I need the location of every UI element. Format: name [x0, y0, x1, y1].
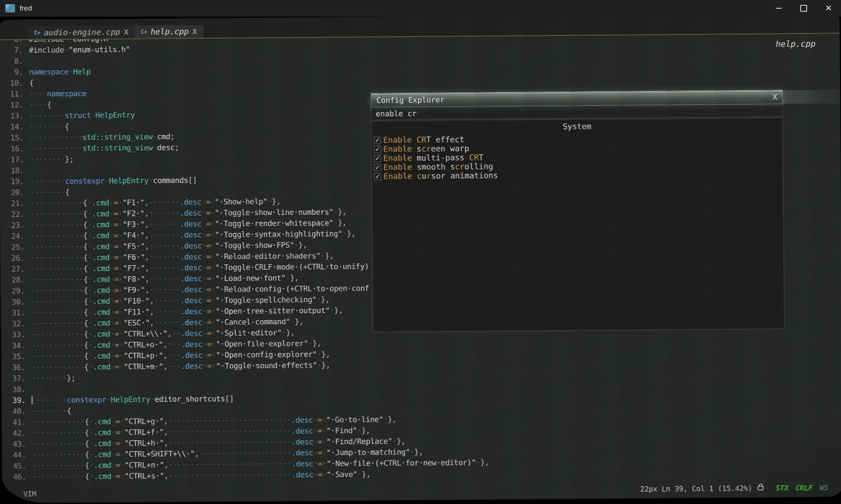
line-number: 24. — [0, 231, 24, 242]
line-number: 38. — [2, 384, 26, 395]
checkbox-icon[interactable]: ✓ — [374, 173, 381, 180]
minimize-button[interactable] — [766, 0, 791, 17]
line-number: 37. — [1, 373, 25, 384]
line-number: 34. — [1, 340, 25, 352]
tab-audio-engine.cpp[interactable]: C+audio-engine.cppX — [28, 26, 135, 39]
app-icon — [5, 4, 15, 12]
line-number: 43. — [2, 439, 26, 450]
checkbox-icon[interactable]: ✓ — [374, 146, 381, 153]
status-flags: STXCRLFWS — [769, 483, 828, 492]
minimize-icon — [776, 8, 782, 9]
cpp-file-icon: C+ — [34, 29, 40, 36]
editor-viewport: C+audio-engine.cppXC+help.cppX help.cpp … — [0, 13, 841, 503]
line-number: 35. — [1, 351, 25, 363]
line-number: 26. — [0, 253, 25, 264]
status-flag-stx: STX — [776, 484, 789, 492]
tab-label: help.cpp — [151, 27, 189, 36]
status-flag-ws: WS — [819, 483, 828, 492]
line-number: 15. — [0, 132, 24, 144]
status-flag-crlf: CRLF — [795, 484, 813, 492]
line-number: 45. — [2, 461, 26, 472]
config-option-label: Enable screen warp — [383, 144, 469, 154]
cpp-file-icon: C+ — [141, 28, 147, 35]
line-number: 9. — [0, 67, 23, 78]
config-search-value: enable cr — [376, 109, 417, 118]
status-position: 22px Ln 39, Col 1 (15.42%) — [640, 484, 752, 493]
line-number: 14. — [0, 121, 23, 133]
line-number: 25. — [0, 242, 25, 253]
line-number: 33. — [1, 329, 25, 341]
line-number: 46. — [2, 472, 26, 483]
window-titlebar: fred ✕ — [0, 0, 841, 17]
status-right-group: 22px Ln 39, Col 1 (15.42%) STXCRLFWS — [640, 483, 828, 493]
config-option-label: Enable cursor animations — [383, 171, 498, 181]
line-number: 27. — [0, 264, 25, 275]
config-explorer-panel: Config Explorer X enable cr System ✓Enab… — [371, 90, 785, 332]
line-number: 44. — [2, 450, 26, 461]
config-option-label: Enable smooth scrolling — [383, 162, 493, 172]
checkbox-icon[interactable]: ✓ — [374, 164, 381, 171]
popup-close-button[interactable]: X — [773, 92, 777, 101]
crt-screen: C+audio-engine.cppXC+help.cppX help.cpp … — [0, 17, 841, 504]
close-icon: ✕ — [825, 4, 832, 12]
maximize-button[interactable] — [791, 0, 816, 17]
line-number: 41. — [2, 417, 26, 428]
line-number: 8. — [0, 56, 23, 67]
line-number: 32. — [1, 318, 25, 330]
line-number: 39. — [2, 395, 26, 406]
line-number: 7. — [0, 45, 23, 56]
line-number: 18. — [0, 165, 24, 177]
line-number: 23. — [0, 220, 24, 231]
line-number: 42. — [2, 428, 26, 439]
tab-help.cpp[interactable]: C+help.cppX — [135, 25, 203, 38]
line-number: 20. — [0, 187, 24, 198]
close-button[interactable]: ✕ — [816, 0, 841, 17]
config-option-label: Enable multi-pass CRT — [383, 153, 484, 163]
line-number: 12. — [0, 100, 23, 111]
line-number: 17. — [0, 154, 24, 166]
line-number: 13. — [0, 111, 23, 122]
active-filename-overlay: help.cpp — [776, 39, 816, 49]
tab-close-icon[interactable]: X — [192, 27, 197, 35]
line-number: 30. — [1, 297, 25, 308]
line-number: 16. — [0, 143, 24, 155]
config-explorer-title: Config Explorer — [377, 95, 445, 104]
window-controls: ✕ — [766, 0, 841, 17]
maximize-icon — [800, 5, 807, 12]
window-title: fred — [20, 4, 32, 12]
tab-label: audio-engine.cpp — [44, 28, 120, 37]
checkbox-icon[interactable]: ✓ — [374, 137, 381, 144]
status-bar: VIM 22px Ln 39, Col 1 (15.42%) STXCRLFWS — [2, 483, 841, 498]
tab-close-icon[interactable]: X — [124, 28, 129, 36]
line-number: 28. — [0, 275, 25, 286]
line-number: 31. — [1, 307, 25, 319]
line-number: 21. — [0, 198, 24, 209]
line-number: 29. — [1, 286, 25, 297]
line-number: 10. — [0, 78, 23, 89]
line-number: 40. — [2, 406, 26, 417]
line-number: 19. — [0, 176, 24, 187]
vim-mode-indicator: VIM — [23, 490, 36, 498]
lock-icon — [758, 486, 764, 490]
config-option-label: Enable CRT effect — [383, 135, 464, 145]
line-number: 36. — [1, 362, 25, 373]
checkbox-icon[interactable]: ✓ — [374, 155, 381, 162]
line-number: 11. — [0, 89, 23, 100]
config-options-list: System ✓Enable CRT effect✓Enable screen … — [371, 118, 784, 332]
line-number: 22. — [0, 209, 24, 220]
